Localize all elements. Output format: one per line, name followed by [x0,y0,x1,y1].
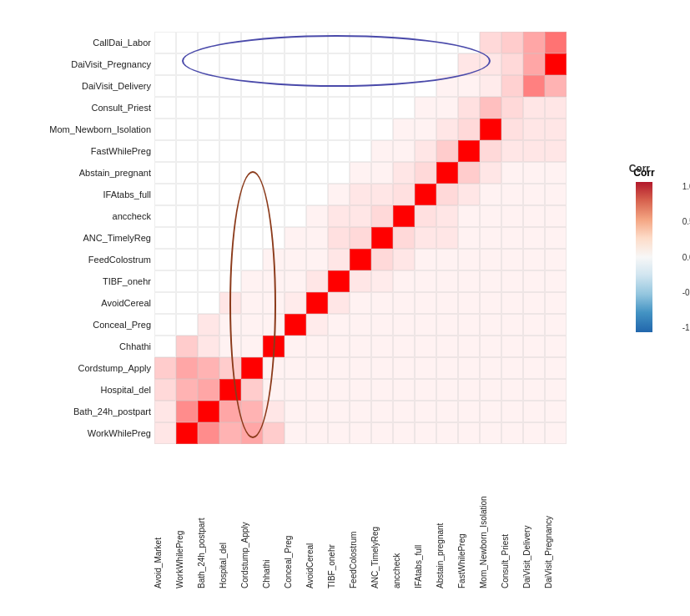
cell-10-4 [241,249,263,270]
cell-14-18 [545,336,567,357]
cell-14-10 [371,336,393,357]
cell-10-12 [415,249,436,270]
cell-4-9 [350,119,371,140]
cell-14-15 [480,336,501,357]
cell-18-8 [328,422,350,444]
cell-7-1 [176,184,198,205]
cell-17-11 [393,401,415,422]
cell-13-3 [219,314,241,336]
cell-4-3 [219,119,241,140]
cell-2-14 [458,75,480,97]
cell-15-12 [415,357,436,379]
x-label-5: Chhathi [263,449,285,591]
cell-16-0 [154,379,176,401]
cell-2-6 [285,75,306,97]
cell-14-6 [285,336,306,357]
cell-9-16 [501,227,523,249]
cell-8-9 [350,205,371,227]
cell-14-4 [241,336,263,357]
cell-2-15 [480,75,501,97]
cell-6-15 [480,162,501,184]
legend: Corr 1.0 0.5 0.0 -0.5 -1.0 [615,167,673,332]
cell-3-18 [545,97,567,119]
cell-6-0 [154,162,176,184]
cell-2-13 [436,75,458,97]
cell-16-10 [371,379,393,401]
cell-14-13 [436,336,458,357]
cell-5-0 [154,140,176,162]
cell-18-18 [545,422,567,444]
cell-8-4 [241,205,263,227]
cell-15-13 [436,357,458,379]
cell-0-4 [241,32,263,53]
cell-8-3 [219,205,241,227]
cell-0-1 [176,32,198,53]
cell-0-3 [219,32,241,53]
cell-1-13 [436,53,458,75]
cell-1-15 [480,53,501,75]
cell-13-15 [480,314,501,336]
cell-4-7 [306,119,328,140]
cell-12-7 [306,292,328,314]
cell-4-5 [263,119,285,140]
cell-2-0 [154,75,176,97]
cell-13-4 [241,314,263,336]
cell-1-11 [393,53,415,75]
cell-9-9 [350,227,371,249]
cell-7-14 [458,184,480,205]
cell-15-10 [371,357,393,379]
y-label-15: Cordstump_Apply [0,357,154,379]
cell-17-1 [176,401,198,422]
cell-14-5 [263,336,285,357]
y-label-7: IFAtabs_full [0,184,154,205]
cell-11-11 [393,270,415,292]
cell-18-5 [263,422,285,444]
cell-14-7 [306,336,328,357]
x-label-0: Avoid_Market [154,449,176,591]
cell-16-12 [415,379,436,401]
cell-13-13 [436,314,458,336]
cell-18-0 [154,422,176,444]
cell-17-4 [241,401,263,422]
cell-6-18 [545,162,567,184]
cell-9-1 [176,227,198,249]
cell-7-17 [523,184,545,205]
cell-9-7 [306,227,328,249]
cell-0-12 [415,32,436,53]
cell-15-16 [501,357,523,379]
cell-4-14 [458,119,480,140]
cell-17-5 [263,401,285,422]
legend-mid2: 0.0 [682,253,690,262]
cell-15-9 [350,357,371,379]
cell-15-7 [306,357,328,379]
cell-10-1 [176,249,198,270]
cell-15-14 [458,357,480,379]
cell-17-10 [371,401,393,422]
cell-8-0 [154,205,176,227]
cell-11-5 [263,270,285,292]
cell-6-11 [393,162,415,184]
cell-16-11 [393,379,415,401]
cell-2-10 [371,75,393,97]
cell-3-1 [176,97,198,119]
cell-18-14 [458,422,480,444]
cell-18-7 [306,422,328,444]
cell-11-2 [198,270,219,292]
cell-10-2 [198,249,219,270]
cell-4-15 [480,119,501,140]
cell-2-8 [328,75,350,97]
y-label-0: CallDai_Labor [0,32,154,53]
cell-6-4 [241,162,263,184]
cell-7-16 [501,184,523,205]
cell-15-5 [263,357,285,379]
cell-11-4 [241,270,263,292]
cell-18-15 [480,422,501,444]
cell-13-12 [415,314,436,336]
cell-11-17 [523,270,545,292]
cell-2-9 [350,75,371,97]
cell-10-15 [480,249,501,270]
cell-9-0 [154,227,176,249]
x-label-12: IFAtabs_full [415,449,436,591]
y-label-10: FeedColostrum [0,249,154,270]
cell-1-8 [328,53,350,75]
